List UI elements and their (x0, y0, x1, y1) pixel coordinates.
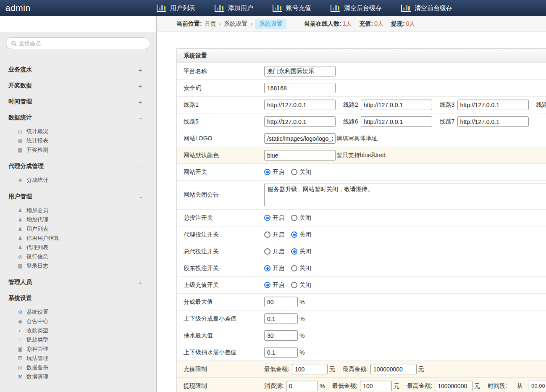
text-input[interactable] (361, 116, 432, 127)
radio-option[interactable]: 关闭 (291, 282, 311, 289)
radio-option[interactable]: 开启 (264, 214, 284, 222)
radio-button[interactable] (291, 215, 297, 221)
radio-button[interactable] (264, 282, 270, 288)
radio-button[interactable] (264, 169, 270, 175)
radio-button[interactable] (291, 248, 297, 255)
bank-info-icon: ◎ (17, 254, 24, 260)
sidebar-item[interactable]: ◉公告中心 (0, 317, 156, 326)
search-input[interactable] (19, 40, 145, 47)
topbar-item-3[interactable]: 账号充值 (273, 4, 311, 12)
radio-option[interactable]: 关闭 (291, 265, 311, 272)
text-input[interactable] (457, 100, 529, 110)
text-input[interactable] (292, 364, 328, 374)
radio-option[interactable]: 关闭 (291, 214, 311, 222)
sidebar-item[interactable]: ▤数据备份 (0, 363, 156, 372)
sidebar-item[interactable]: ▩开奖检测 (0, 145, 156, 155)
field-label: 线路7 (440, 118, 455, 126)
collapse-icon[interactable]: - (140, 295, 142, 302)
radio-option[interactable]: 开启 (264, 282, 284, 289)
radio-button[interactable] (291, 232, 297, 238)
radio-button[interactable] (264, 232, 270, 238)
sidebar-section-5[interactable]: 代理分成管理- (0, 158, 156, 174)
radio-option[interactable]: 关闭 (291, 168, 311, 176)
topbar-item-1[interactable]: 用户列表 (157, 4, 195, 12)
time-select[interactable]: 00:00▾ (528, 381, 546, 391)
topbar-item-5[interactable]: 清空前台缓存 (401, 4, 452, 12)
sidebar-section-8[interactable]: 系统设置- (0, 290, 156, 306)
form-row-fields: 开启关闭 (264, 245, 546, 258)
expand-icon[interactable]: + (138, 98, 142, 105)
radio-button[interactable] (264, 215, 270, 221)
text-input[interactable] (264, 297, 298, 307)
sidebar-item[interactable]: ⚙系统设置 (0, 308, 156, 317)
collapse-icon[interactable]: - (140, 163, 142, 170)
sidebar-section-4[interactable]: 数据统计- (0, 110, 156, 126)
text-input[interactable] (264, 133, 336, 144)
topbar-item-4[interactable]: 清空后台缓存 (331, 4, 382, 12)
radio-option[interactable]: 开启 (264, 248, 284, 255)
breadcrumb-item[interactable]: 首页 (205, 20, 216, 28)
sidebar-section-3[interactable]: 时间管理+ (0, 94, 156, 110)
text-input[interactable] (264, 313, 298, 324)
radio-button[interactable] (264, 248, 270, 255)
radio-option[interactable]: 关闭 (291, 248, 311, 255)
sidebar-item-label: 统计报表 (26, 137, 48, 145)
sidebar-item[interactable]: ◐收款类型 (0, 326, 156, 335)
text-input[interactable] (370, 364, 417, 374)
sidebar-item[interactable]: ❖分成统计 (0, 176, 156, 185)
radio-option[interactable]: 开启 (264, 168, 284, 176)
notice-textarea[interactable] (264, 184, 546, 206)
sidebar-item[interactable]: ♟用户列表 (0, 224, 156, 234)
sidebar-item[interactable]: ◎银行信息 (0, 252, 156, 261)
text-input[interactable] (457, 116, 529, 127)
text-input[interactable] (264, 83, 336, 93)
radio-button[interactable] (264, 265, 270, 271)
expand-icon[interactable]: + (138, 279, 142, 286)
text-input[interactable] (286, 381, 318, 391)
radio-option[interactable]: 开启 (264, 265, 284, 272)
breadcrumb-item[interactable]: 系统设置 (255, 19, 286, 29)
sidebar-section-7[interactable]: 管理人员+ (0, 274, 156, 290)
form-row-label: 网站默认颜色 (184, 152, 264, 159)
radio-option[interactable]: 开启 (264, 231, 284, 239)
sidebar-item[interactable]: ▤统计概况 (0, 127, 156, 136)
sidebar-item[interactable]: ♟增加代理 (0, 215, 156, 224)
sidebar-item[interactable]: ⚄玩法管理 (0, 354, 156, 363)
text-input[interactable] (435, 381, 472, 391)
sidebar-item[interactable]: ♟信用用户结算 (0, 234, 156, 243)
text-input[interactable] (264, 100, 336, 110)
breadcrumb-item[interactable]: 系统设置 (224, 20, 247, 28)
sidebar-item[interactable]: ♟增加会员 (0, 206, 156, 215)
sidebar-item-label: 提款类型 (26, 336, 48, 344)
radio-button[interactable] (291, 282, 297, 288)
sidebar-item[interactable]: ♟代理列表 (0, 243, 156, 252)
text-input[interactable] (264, 116, 336, 127)
text-input[interactable] (264, 330, 298, 341)
sidebar-section-1[interactable]: 业务流水+ (0, 62, 156, 78)
collapse-icon[interactable]: - (140, 193, 142, 200)
collapse-icon[interactable]: - (140, 114, 142, 121)
member-search-box[interactable] (6, 37, 150, 49)
radio-option[interactable]: 关闭 (291, 231, 311, 239)
topbar-item-2[interactable]: 添加用户 (215, 4, 253, 12)
sidebar-item[interactable]: ♡提款类型 (0, 335, 156, 345)
sidebar-item[interactable]: ▦统计报表 (0, 136, 156, 145)
expand-icon[interactable]: + (138, 82, 142, 89)
sidebar-item[interactable]: ▣彩种管理 (0, 345, 156, 354)
text-input[interactable] (361, 100, 432, 110)
bar-chart-icon (273, 5, 282, 12)
sidebar-section-label: 管理人员 (8, 279, 32, 286)
sidebar-section-2[interactable]: 开奖数据+ (0, 78, 156, 94)
expand-icon[interactable]: + (138, 66, 142, 74)
sidebar-item[interactable]: ▤登录日志 (0, 261, 156, 271)
sidebar-section-label: 系统设置 (8, 295, 32, 302)
sidebar-section-6[interactable]: 用户管理- (0, 189, 156, 205)
text-input[interactable] (264, 347, 298, 358)
text-input[interactable] (360, 381, 392, 391)
radio-button[interactable] (291, 169, 297, 175)
sidebar-item[interactable]: ⚒数据清理 (0, 372, 156, 381)
text-input[interactable] (264, 66, 336, 76)
text-input[interactable] (264, 150, 336, 160)
radio-button[interactable] (291, 265, 297, 271)
agent-list-icon: ♟ (17, 245, 24, 250)
